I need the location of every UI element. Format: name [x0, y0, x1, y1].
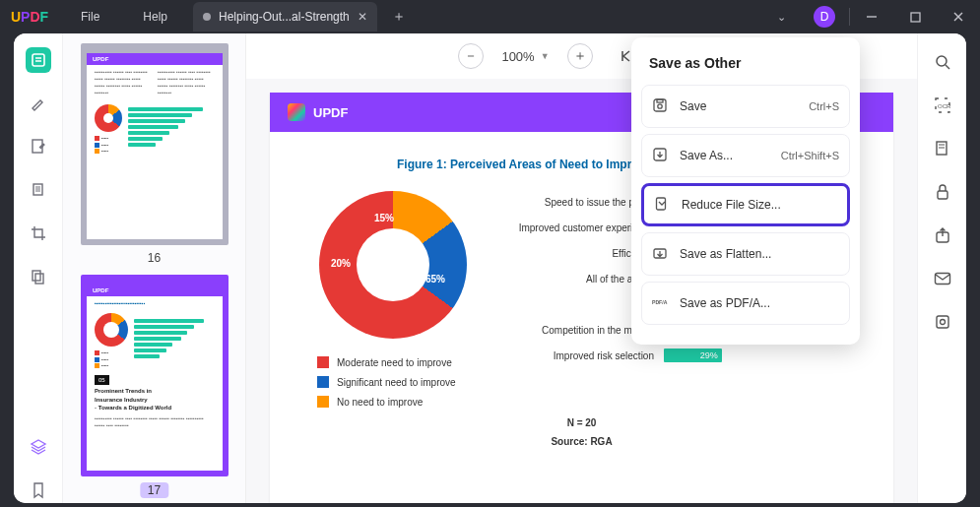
ocr-icon[interactable]: OCR: [932, 95, 953, 116]
main-area: － 100%▼ ＋ UPDF Figure 1: Perceived Areas…: [246, 33, 917, 503]
share-icon[interactable]: [932, 224, 953, 246]
legend-swatch: [317, 356, 329, 368]
svg-point-21: [937, 56, 947, 66]
donut-label-15: 15%: [374, 213, 394, 223]
thumbnail-page-17[interactable]: UPDF ▪▪▪▪▪▪▪▪▪▪▪▪▪▪▪▪▪▪▪▪▪▪▪▪▪▪▪▪▪ ▪▪▪▪▪…: [81, 275, 228, 498]
menu-shortcut: Ctrl+Shift+S: [781, 150, 839, 161]
svg-rect-16: [657, 99, 663, 102]
legend-label: Significant need to improve: [337, 377, 456, 388]
legend-label: Moderate need to improve: [337, 357, 452, 368]
bar-label: Efficiency: [487, 248, 654, 259]
brand-text: UPDF: [313, 105, 348, 120]
donut-label-20: 20%: [331, 258, 351, 269]
chevron-down-icon: ▼: [541, 51, 550, 61]
menu-item-save-pdfa[interactable]: PDF/A Save as PDF/A...: [641, 282, 850, 325]
legend-swatch: [317, 376, 329, 388]
document-tab[interactable]: Helping-Out...al-Strength ✕: [193, 2, 377, 32]
menu-file[interactable]: File: [59, 10, 121, 24]
bar-label: Cost: [487, 299, 654, 310]
chevron-down-icon[interactable]: ⌄: [763, 11, 800, 24]
save-icon: [652, 97, 670, 115]
thumb-brand: UPDF: [93, 287, 108, 293]
bar-label: Improved risk selection: [487, 350, 654, 361]
organize-pages-icon[interactable]: [26, 177, 51, 203]
chart-legend: Moderate need to improve Significant nee…: [317, 356, 467, 408]
section-h3: - Towards a Digitized World: [95, 404, 215, 412]
menu-item-save[interactable]: Save Ctrl+S: [641, 85, 850, 128]
user-avatar[interactable]: D: [814, 6, 835, 28]
pdfa-icon: PDF/A: [652, 294, 670, 312]
section-h2: Insurance Industry: [95, 396, 215, 404]
save-as-other-menu: Save as Other Save Ctrl+S Save As... Ctr…: [631, 37, 860, 345]
flatten-icon: [652, 245, 670, 263]
bar-label: Speed to issue the policy: [487, 197, 654, 208]
legend-label: No need to improve: [337, 397, 423, 408]
svg-rect-14: [654, 99, 666, 111]
tab-title: Helping-Out...al-Strength: [219, 10, 350, 24]
right-toolbar: OCR: [917, 33, 966, 503]
new-tab-button[interactable]: ＋: [385, 3, 413, 31]
workspace: UPDF ▪▪▪▪▪▪▪▪▪▪ ▪▪▪▪▪▪ ▪▪▪▪ ▪▪▪▪▪▪▪▪ ▪▪▪…: [14, 33, 966, 503]
source-line: Source: RGA: [299, 436, 864, 447]
mail-icon[interactable]: [932, 268, 953, 289]
window-maximize-button[interactable]: [893, 0, 937, 33]
section-badge: 05: [95, 375, 109, 385]
dropdown-title: Save as Other: [641, 51, 850, 85]
menu-item-save-as[interactable]: Save As... Ctrl+Shift+S: [641, 134, 850, 177]
copy-icon[interactable]: [26, 264, 51, 289]
layers-icon[interactable]: [26, 434, 51, 460]
crop-icon[interactable]: [26, 221, 51, 246]
bar-label: All of the above: [487, 274, 654, 285]
donut-chart: 15% 20% 65%: [319, 191, 467, 339]
svg-rect-30: [935, 274, 949, 285]
zoom-level[interactable]: 100%▼: [501, 49, 549, 64]
lock-icon[interactable]: [932, 181, 953, 203]
compress-icon: [654, 196, 672, 214]
save-as-icon: [652, 147, 670, 164]
menu-label: Save as PDF/A...: [680, 296, 770, 310]
zoom-in-button[interactable]: ＋: [567, 43, 593, 69]
form-icon[interactable]: [932, 138, 953, 159]
menu-item-save-flatten[interactable]: Save as Flatten...: [641, 232, 850, 276]
donut-label-65: 65%: [425, 274, 445, 285]
menu-help[interactable]: Help: [121, 10, 189, 24]
menu-shortcut: Ctrl+S: [809, 100, 839, 112]
thumb-number: 16: [81, 251, 228, 265]
bookmark-icon[interactable]: [26, 477, 51, 503]
svg-text:OCR: OCR: [938, 103, 951, 109]
section-h1: Prominent Trends in: [95, 387, 215, 395]
tab-close-icon[interactable]: ✕: [358, 10, 367, 24]
left-toolbar: [14, 33, 63, 503]
app-logo: UPDF: [0, 9, 59, 25]
svg-rect-28: [938, 191, 947, 199]
first-page-icon[interactable]: [619, 49, 632, 63]
svg-rect-4: [33, 54, 44, 66]
bar-fill: 29%: [664, 349, 722, 362]
svg-rect-31: [937, 316, 948, 328]
reader-mode-icon[interactable]: [26, 47, 51, 73]
legend-swatch: [317, 396, 329, 408]
menu-label: Reduce File Size...: [682, 198, 781, 212]
thumb-brand: UPDF: [93, 56, 108, 62]
menu-label: Save: [680, 99, 706, 113]
search-icon[interactable]: [932, 51, 953, 73]
svg-line-22: [946, 65, 949, 69]
zoom-out-button[interactable]: －: [458, 43, 484, 69]
highlighter-icon[interactable]: [26, 91, 51, 116]
window-close-button[interactable]: [937, 0, 980, 33]
thumb-number: 17: [140, 482, 168, 498]
svg-text:PDF/A: PDF/A: [652, 299, 668, 305]
menu-label: Save As...: [680, 149, 733, 162]
titlebar: UPDF File Help Helping-Out...al-Strength…: [0, 0, 980, 33]
bar-label: Competition in the market: [487, 325, 654, 336]
menu-item-reduce-file-size[interactable]: Reduce File Size...: [641, 183, 850, 226]
edit-text-icon[interactable]: [26, 134, 51, 159]
svg-rect-12: [33, 271, 40, 281]
thumbnail-page-16[interactable]: UPDF ▪▪▪▪▪▪▪▪▪▪ ▪▪▪▪▪▪ ▪▪▪▪ ▪▪▪▪▪▪▪▪ ▪▪▪…: [81, 43, 228, 265]
tab-favicon: [203, 13, 211, 21]
svg-rect-1: [911, 13, 920, 22]
window-minimize-button[interactable]: [850, 0, 893, 33]
zoom-value: 100%: [501, 49, 534, 64]
export-icon[interactable]: [932, 311, 953, 333]
menu-label: Save as Flatten...: [680, 247, 771, 261]
